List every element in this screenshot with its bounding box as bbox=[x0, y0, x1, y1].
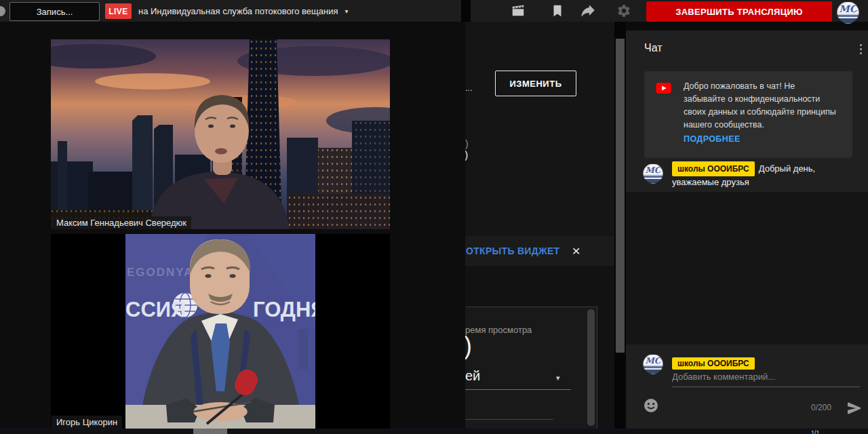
char-counter: 0/200 bbox=[811, 403, 831, 412]
emoji-icon[interactable] bbox=[643, 397, 659, 414]
chat-author-badge: школы ОООИБРС bbox=[672, 161, 755, 176]
clapperboard-icon[interactable] bbox=[511, 3, 526, 18]
occluded-text-partial: ) bbox=[465, 138, 469, 149]
studio-panel: ... ИЗМЕНИТЬ ) ) ОТКРЫТЬ ВИДЖЕТ × ремя п… bbox=[465, 22, 614, 429]
stream-destination-label: на Индивидуальная служба потокового веща… bbox=[138, 6, 338, 16]
youtube-icon bbox=[656, 83, 671, 94]
stats-dropdown-label: ей bbox=[465, 368, 480, 384]
watch-time-label: ремя просмотра bbox=[465, 325, 532, 335]
account-avatar[interactable]: МС bbox=[837, 1, 859, 24]
chat-message-content: школы ОООИБРСДобрый день, уважаемые друз… bbox=[672, 161, 835, 189]
video-feed-participant1: Максим Геннадьевич Свередюк bbox=[51, 39, 390, 229]
learn-more-link[interactable]: ПОДРОБНЕЕ bbox=[684, 134, 741, 144]
chat-title: Чат bbox=[644, 42, 663, 54]
clipped-counter-text: 1/1 bbox=[811, 429, 820, 434]
chat-menu-icon[interactable] bbox=[856, 44, 865, 56]
chat-author-avatar: МС bbox=[643, 163, 663, 184]
close-icon[interactable]: × bbox=[572, 244, 580, 258]
chat-panel: Чат Добро пожаловать в чат! Не забывайте… bbox=[626, 31, 868, 429]
gear-icon[interactable] bbox=[616, 3, 631, 18]
participant-name-tag: Максим Геннадьевич Свередюк bbox=[52, 216, 191, 229]
comment-input[interactable] bbox=[672, 372, 860, 387]
edit-button[interactable]: ИЗМЕНИТЬ bbox=[495, 71, 576, 96]
widget-banner: ОТКРЫТЬ ВИДЖЕТ × bbox=[465, 236, 614, 267]
window-edge bbox=[461, 0, 471, 22]
chat-empty-area bbox=[626, 192, 868, 344]
end-stream-button[interactable]: ЗАВЕРШИТЬ ТРАНСЛЯЦИЮ bbox=[646, 1, 832, 22]
chat-compose-area: МС школы ОООИБРС 0/200 bbox=[626, 344, 868, 429]
page-scrollbar-thumb[interactable] bbox=[616, 39, 625, 353]
bottom-edge-strip: 1/1 bbox=[0, 429, 868, 434]
top-bar: Запись... LIVE на Индивидуальная служба … bbox=[0, 0, 868, 22]
bookmark-icon[interactable] bbox=[550, 3, 565, 18]
cityscape-scene bbox=[51, 39, 390, 229]
stream-title-partial: ... bbox=[465, 83, 473, 93]
record-dot-icon bbox=[0, 6, 5, 16]
chevron-down-icon[interactable]: ▾ bbox=[556, 374, 560, 382]
recording-indicator[interactable]: Запись... bbox=[9, 2, 100, 21]
chat-welcome-text: Добро пожаловать в чат! Не забывайте о к… bbox=[684, 80, 836, 132]
open-widget-link[interactable]: ОТКРЫТЬ ВИДЖЕТ bbox=[466, 245, 559, 256]
taskbar-highlight bbox=[193, 429, 227, 434]
video-call-window: Максим Геннадьевич Свередюк EGODNYA ССИЯ… bbox=[0, 22, 465, 434]
backdrop-text-left: ССИЯ bbox=[125, 298, 186, 321]
divider bbox=[465, 419, 553, 420]
stats-scrollbar[interactable] bbox=[587, 309, 595, 426]
screen: Запись... LIVE на Индивидуальная служба … bbox=[0, 0, 868, 434]
video-feed-participant2: EGODNYA ССИЯ ГОДНЯ bbox=[51, 234, 390, 434]
self-author-badge: школы ОООИБРС bbox=[672, 357, 755, 370]
live-badge: LIVE bbox=[105, 3, 132, 19]
press-conference-photo: EGODNYA ССИЯ ГОДНЯ bbox=[125, 234, 315, 429]
chat-welcome-card: Добро пожаловать в чат! Не забывайте о к… bbox=[644, 71, 852, 158]
backdrop-watermark: EGODNYA bbox=[127, 266, 193, 279]
recording-label: Запись... bbox=[37, 7, 73, 17]
stats-card: ремя просмотра ) ей ▾ bbox=[465, 307, 597, 429]
send-icon[interactable] bbox=[846, 400, 863, 416]
participant-name-tag: Игорь Цикорин bbox=[52, 416, 122, 429]
backdrop-text-right: ГОДНЯ bbox=[253, 298, 315, 321]
self-avatar: МС bbox=[643, 354, 663, 374]
chevron-down-icon: ▾ bbox=[344, 7, 348, 15]
share-icon[interactable] bbox=[580, 3, 595, 18]
divider bbox=[465, 389, 571, 390]
stream-destination-select[interactable]: на Индивидуальная служба потокового веща… bbox=[138, 0, 349, 22]
